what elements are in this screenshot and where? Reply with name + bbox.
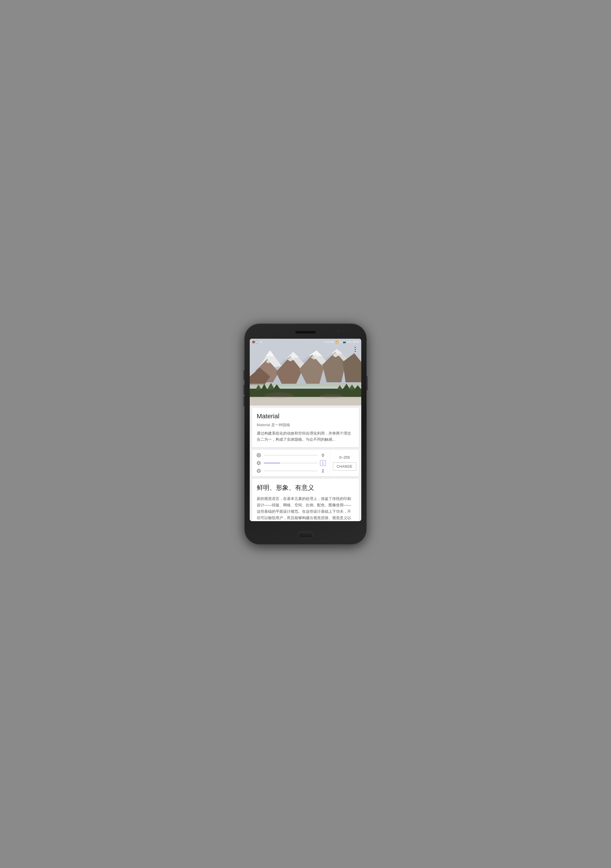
slider-value-1: 1 [320, 460, 326, 466]
more-menu-icon[interactable]: ⋮ [352, 346, 358, 353]
moon-icon [256, 453, 261, 458]
status-left: 🔕 💬 13 [252, 341, 261, 343]
slider-value-2: 2 [320, 468, 326, 473]
content-area[interactable]: Material Material 是一种隐喻 通过构建系统化的动效和空间合理化… [250, 406, 361, 521]
sliders-panel: 0 1 [252, 450, 330, 476]
notification-icons: 🔕 💬 13 [252, 341, 261, 343]
slider-track-2[interactable] [264, 471, 318, 471]
signal-icon: 4G [339, 341, 342, 343]
gear-small-icon [256, 460, 261, 466]
material-card-body: 通过构建系统化的动效和空间合理化利用，并将两个理念合二为一，构成了实体隐喻。与众… [257, 431, 354, 443]
controls-card: 0 1 [252, 450, 359, 476]
range-label: 0~255 [339, 455, 350, 460]
right-panel: 0~255 CHANGE [330, 450, 359, 476]
slider-row-2: 2 [256, 468, 326, 474]
home-button[interactable] [298, 532, 313, 538]
mountain-scene [250, 339, 361, 406]
change-button[interactable]: CHANGE [333, 462, 356, 471]
gear-large-icon [256, 468, 261, 474]
status-bar: 🔕 💬 13 0.43 KB/s 📶 4G 📷 13% 23:31 [250, 339, 361, 345]
svg-rect-33 [250, 397, 361, 406]
speaker [295, 331, 316, 333]
camera [337, 330, 340, 333]
material-card-subtitle: Material 是一种隐喻 [257, 422, 354, 428]
slider-row-0: 0 [256, 453, 326, 458]
slider-value-0: 0 [320, 453, 326, 457]
wifi-icon: 📶 [336, 341, 338, 343]
slider-row-1: 1 [256, 460, 326, 466]
section-card: 鲜明、形象、有意义 新的视觉语言，在基本元素的处理上，借鉴了传统的印刷设计——排… [252, 479, 359, 521]
screen: 🔕 💬 13 0.43 KB/s 📶 4G 📷 13% 23:31 [250, 339, 361, 521]
material-card-title: Material [257, 412, 354, 420]
phone-wrapper: 🔕 💬 13 0.43 KB/s 📶 4G 📷 13% 23:31 [244, 324, 367, 544]
phone-body: 🔕 💬 13 0.43 KB/s 📶 4G 📷 13% 23:31 [244, 324, 367, 544]
section-title: 鲜明、形象、有意义 [257, 484, 354, 492]
time-display: 23:31 [352, 341, 359, 343]
battery-level: 13% [347, 341, 351, 343]
speed-indicator: 0.43 KB/s [324, 341, 334, 343]
slider-track-1[interactable] [264, 463, 318, 463]
slider-track-0[interactable] [264, 455, 318, 456]
hero-image: ⋮ [250, 339, 361, 406]
section-body: 新的视觉语言，在基本元素的处理上，借鉴了传统的印刷设计——排版、网格、空间、比例… [257, 496, 354, 521]
camera-icon: 📷 [343, 341, 346, 343]
status-right: 0.43 KB/s 📶 4G 📷 13% 23:31 [324, 341, 359, 343]
material-card: Material Material 是一种隐喻 通过构建系统化的动效和空间合理化… [252, 408, 359, 447]
